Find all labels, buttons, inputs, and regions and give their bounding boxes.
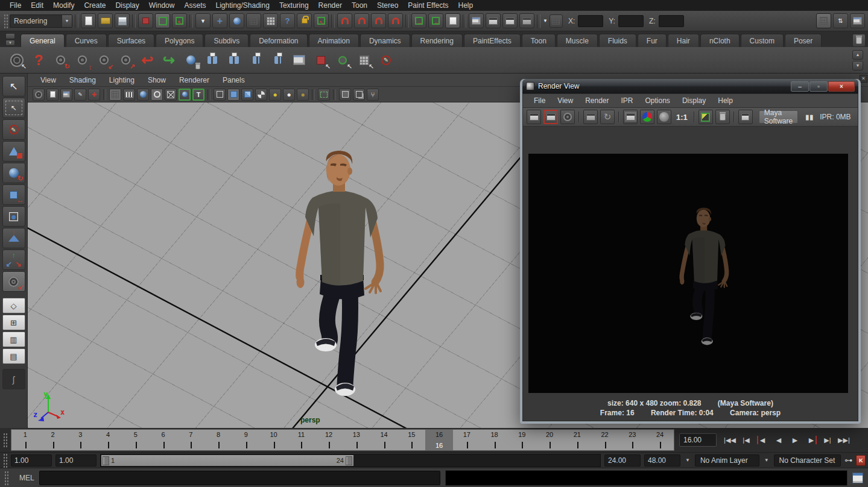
shelf-tab-custom[interactable]: Custom — [741, 34, 784, 47]
timeline-frame-12[interactable]: 12 — [315, 430, 343, 450]
shelf-select-sphere-button[interactable]: ↖ — [333, 51, 352, 70]
2d-pan-zoom-button[interactable]: ✎ — [74, 89, 86, 101]
current-time-field[interactable] — [679, 433, 717, 447]
snap-to-point-button[interactable] — [246, 13, 261, 28]
highlight-mode-button[interactable]: ↖ — [314, 13, 329, 28]
shelf-menu-button[interactable] — [5, 33, 15, 39]
lasso-select-tool[interactable]: ↖ — [2, 98, 25, 118]
camera-bookmark-button[interactable] — [46, 89, 59, 101]
select-hierarchy-button[interactable] — [138, 13, 153, 28]
lock-selection-button[interactable] — [297, 13, 312, 28]
timeline-frame-24[interactable]: 24 — [646, 430, 674, 450]
shelf-tab-animation[interactable]: Animation — [309, 34, 359, 47]
new-scene-button[interactable] — [81, 13, 96, 28]
coordinate-mode-button[interactable] — [550, 14, 563, 28]
x-input[interactable] — [578, 15, 603, 27]
timeline-frame-20[interactable]: 20 — [536, 430, 563, 450]
shelf-delete-object-button[interactable] — [181, 51, 200, 70]
timeline-frame-3[interactable]: 3 — [67, 430, 95, 450]
set-key-icon[interactable]: ⊶ — [844, 456, 852, 465]
panel-menu-show[interactable]: Show — [141, 76, 173, 84]
collapse-arrow-icon[interactable]: ▼ — [543, 18, 548, 24]
menu-texturing[interactable]: Texturing — [274, 1, 314, 10]
toolbox-extra-button[interactable]: ʃ — [2, 369, 25, 389]
go-to-start-button[interactable]: |◀◀ — [723, 433, 737, 447]
menu-render[interactable]: Render — [314, 1, 347, 10]
snap-magnet-grid-button[interactable] — [337, 13, 352, 28]
play-backwards-button[interactable]: ◀ — [771, 433, 786, 447]
select-component-button[interactable]: ↖ — [172, 13, 187, 28]
snap-to-grid-button[interactable]: + — [212, 13, 227, 28]
rgb-channels-button[interactable] — [640, 110, 654, 124]
step-forward-frame-button[interactable]: ▶| — [820, 433, 835, 447]
soft-modification-tool[interactable]: ↑ — [2, 228, 25, 248]
script-editor-button[interactable] — [852, 473, 863, 483]
playback-range-bar[interactable]: 1 24 — [101, 455, 353, 466]
save-scene-button[interactable] — [115, 13, 130, 28]
select-object-button[interactable] — [155, 13, 170, 28]
xray-display-button[interactable] — [339, 89, 351, 101]
show-tool-settings-button[interactable]: ⇅ — [833, 13, 848, 28]
shelf-tab-poser[interactable]: Poser — [785, 34, 822, 47]
minimize-button[interactable]: – — [791, 81, 809, 92]
statusline-separator[interactable] — [75, 14, 78, 28]
output-connections-button[interactable]: ← — [428, 13, 443, 28]
statusline-separator[interactable] — [405, 14, 409, 28]
playback-options-dropdown-icon[interactable]: ▼ — [684, 457, 691, 463]
shelf-film-reel-button[interactable]: ↖ — [7, 51, 27, 70]
use-all-lights-button[interactable] — [255, 89, 267, 101]
timeline-frame-10[interactable]: 10 — [260, 430, 288, 450]
menu-stereo[interactable]: Stereo — [372, 1, 403, 10]
shelf-parent-button[interactable] — [203, 51, 222, 70]
render-view-menu-ipr[interactable]: IPR — [615, 96, 639, 105]
menu-toon[interactable]: Toon — [347, 1, 372, 10]
menu-window[interactable]: Window — [144, 1, 180, 10]
timeline-frame-19[interactable]: 19 — [508, 430, 536, 450]
shelf-select-cube-button[interactable]: ↖ — [311, 51, 331, 70]
shelf-tab-surfaces[interactable]: Surfaces — [108, 34, 154, 47]
snapshot-button[interactable] — [560, 110, 575, 124]
render-region-button[interactable] — [623, 110, 638, 124]
snap-magnet-plane-button[interactable] — [388, 13, 403, 28]
timeline-frame-7[interactable]: 7 — [177, 430, 205, 450]
menu-file[interactable]: File — [5, 1, 26, 10]
maximize-button[interactable]: ▫ — [809, 81, 828, 92]
panel-menu-lighting[interactable]: Lighting — [103, 76, 141, 84]
character-set-selector[interactable]: No Character Set — [774, 454, 841, 467]
shelf-tab-fur[interactable]: Fur — [638, 34, 667, 47]
wireframe-display-button[interactable] — [214, 89, 226, 101]
render-view-titlebar[interactable]: Render View – ▫ × — [522, 79, 858, 93]
menu-paint-effects[interactable]: Paint Effects — [403, 1, 453, 10]
menu-create[interactable]: Create — [79, 1, 110, 10]
panel-menu-view[interactable]: View — [34, 76, 63, 84]
snap-magnet-curve-button[interactable] — [354, 13, 369, 28]
character-model[interactable] — [282, 146, 403, 405]
go-to-end-button[interactable]: ▶▶| — [837, 433, 851, 447]
command-line-mode-label[interactable]: MEL — [19, 474, 34, 482]
timeline-frame-14[interactable]: 14 — [370, 430, 398, 450]
render-view-menu-file[interactable]: File — [528, 96, 551, 105]
grease-pencil-button[interactable]: ✚ — [88, 89, 100, 101]
menu-assets[interactable]: Assets — [179, 1, 211, 10]
refresh-ipr-button[interactable]: ↻ — [600, 110, 615, 124]
ipr-render-button[interactable] — [583, 110, 598, 124]
open-render-view-button[interactable] — [469, 13, 484, 28]
shelf-tab-dynamics[interactable]: Dynamics — [360, 34, 410, 47]
shelf-redo-button[interactable]: ↪ — [159, 51, 179, 70]
shelf-tab-polygons[interactable]: Polygons — [156, 34, 203, 47]
shelf-tab-fluids[interactable]: Fluids — [599, 34, 636, 47]
shelf-tab-rendering[interactable]: Rendering — [411, 34, 463, 47]
auto-keyframe-toggle[interactable]: K — [856, 455, 866, 466]
close-button[interactable]: × — [828, 81, 855, 92]
render-button[interactable] — [527, 110, 541, 124]
shelf-scroll-down-button[interactable]: ▼ — [852, 61, 863, 71]
timeline-frame-9[interactable]: 9 — [232, 430, 260, 450]
playback-start-field[interactable] — [55, 454, 97, 467]
shelf-group-button[interactable] — [246, 51, 265, 70]
step-forward-key-button[interactable]: ▶ — [804, 433, 819, 447]
render-view-menu-display[interactable]: Display — [676, 96, 712, 105]
shelf-unparent-button[interactable] — [224, 51, 244, 70]
grid-toggle-button[interactable] — [109, 89, 121, 101]
rotate-tool[interactable]: ↻ — [2, 163, 25, 183]
range-end-handle[interactable] — [346, 456, 352, 465]
